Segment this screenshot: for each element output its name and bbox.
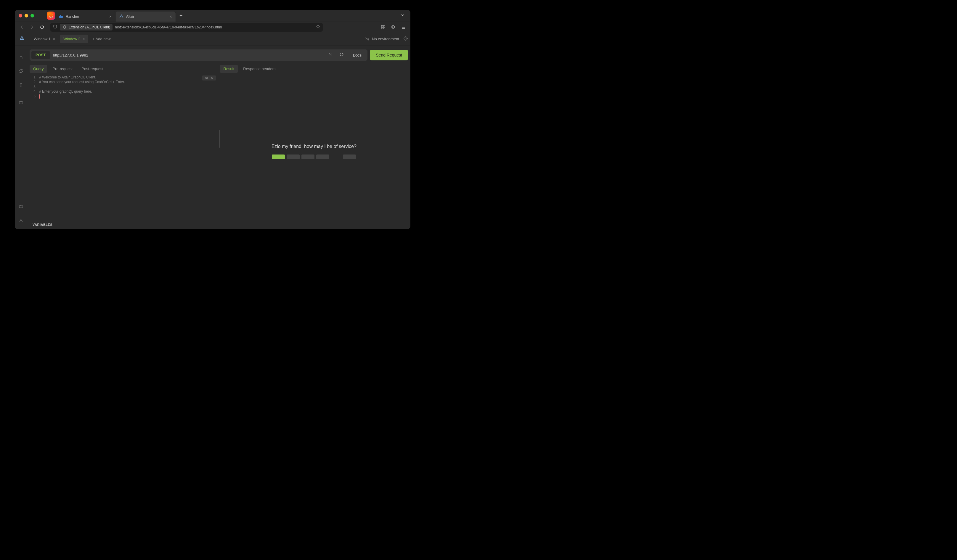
query-panel: Query Pre-request Post-request 12345 # W…: [30, 64, 218, 229]
altair-favicon-icon: [119, 14, 124, 19]
beta-badge: BETA: [202, 76, 216, 80]
url-text: moz-extension://164cb6d1-45f9-471b-948f-…: [115, 25, 222, 29]
environment-selector[interactable]: No environment: [365, 37, 402, 41]
cursor: [39, 95, 39, 99]
reload-schema-icon[interactable]: [338, 52, 346, 58]
settings-gear-icon[interactable]: [403, 36, 408, 42]
close-icon[interactable]: ×: [53, 37, 55, 41]
line-gutter: 12345: [30, 74, 38, 221]
svg-rect-4: [384, 25, 385, 27]
extensions-icon[interactable]: [389, 23, 397, 32]
browser-tab-label: Rancher: [66, 14, 79, 19]
result-body: Ezio my friend, how may I be of service?: [220, 74, 408, 229]
pill: [272, 155, 285, 159]
svg-rect-13: [19, 101, 23, 104]
window-tab-label: Window 1: [34, 37, 51, 41]
pill: [316, 155, 329, 159]
tab-pre-request[interactable]: Pre-request: [49, 65, 76, 73]
panel-splitter[interactable]: [218, 64, 220, 229]
svg-rect-5: [381, 28, 383, 29]
tab-query[interactable]: Query: [30, 65, 47, 73]
svg-rect-11: [20, 84, 22, 87]
pill: [343, 155, 356, 159]
query-editor[interactable]: 12345 # Welcome to Altair GraphQL Client…: [30, 74, 218, 221]
pill: [302, 155, 314, 159]
close-tab-icon[interactable]: ×: [109, 14, 112, 19]
svg-marker-2: [120, 15, 123, 18]
altair-app: Window 1 × Window 2 × + Add new No envir…: [15, 32, 411, 229]
tab-post-request[interactable]: Post-request: [78, 65, 107, 73]
request-bar: POST Docs Send Request: [30, 48, 408, 62]
window-tabs-bar: Window 1 × Window 2 × + Add new No envir…: [15, 32, 411, 46]
svg-rect-0: [59, 16, 63, 18]
browser-tab-rancher[interactable]: Rancher ×: [55, 11, 115, 22]
svg-point-14: [20, 219, 22, 221]
placeholder-pills: [272, 155, 356, 159]
editor-tabs: Query Pre-request Post-request: [30, 64, 218, 74]
result-placeholder-message: Ezio my friend, how may I be of service?: [272, 144, 357, 149]
window-tab-label: Window 2: [63, 37, 80, 41]
window-tab-1[interactable]: Window 1 ×: [30, 35, 58, 43]
containers-icon[interactable]: [379, 23, 387, 32]
main-area: POST Docs Send Request: [15, 46, 411, 229]
briefcase-icon[interactable]: [18, 100, 24, 105]
docs-button[interactable]: Docs: [349, 53, 366, 57]
browser-toolbar: Extension (A…hQL Client) moz-extension:/…: [15, 22, 411, 32]
pill: [287, 155, 300, 159]
result-panel: Result Response headers Ezio my friend, …: [220, 64, 408, 229]
traffic-lights: [15, 14, 38, 17]
folder-icon[interactable]: [18, 203, 24, 209]
tab-result[interactable]: Result: [220, 65, 238, 73]
titlebar: 🦊 Rancher × Altair × +: [15, 10, 411, 22]
close-tab-icon[interactable]: ×: [170, 14, 172, 19]
svg-rect-3: [381, 25, 383, 27]
content-area: POST Docs Send Request: [27, 46, 411, 229]
keyboard-shortcuts-icon[interactable]: [18, 83, 24, 88]
save-icon[interactable]: [326, 52, 335, 58]
tabs-dropdown-icon[interactable]: [395, 13, 411, 19]
window-tab-2[interactable]: Window 2 ×: [60, 35, 88, 43]
bookmark-star-icon[interactable]: [316, 24, 321, 30]
browser-window: 🦊 Rancher × Altair × +: [15, 10, 411, 229]
close-window-button[interactable]: [19, 14, 22, 17]
rancher-favicon-icon: [58, 14, 63, 19]
svg-rect-1: [60, 15, 61, 16]
back-button[interactable]: [18, 23, 26, 32]
hamburger-menu-icon[interactable]: [399, 23, 407, 32]
altair-logo-icon: [19, 36, 27, 43]
new-tab-button[interactable]: +: [176, 13, 186, 19]
svg-rect-6: [384, 28, 385, 29]
url-bar[interactable]: Extension (A…hQL Client) moz-extension:/…: [51, 23, 323, 32]
close-icon[interactable]: ×: [83, 37, 85, 41]
environment-label: No environment: [372, 37, 399, 41]
sparkle-icon[interactable]: [18, 54, 24, 60]
request-row: POST Docs: [30, 49, 368, 61]
panels: Query Pre-request Post-request 12345 # W…: [30, 64, 408, 229]
send-request-button[interactable]: Send Request: [370, 50, 408, 60]
browser-tab-altair[interactable]: Altair ×: [115, 11, 176, 22]
tab-response-headers[interactable]: Response headers: [240, 65, 279, 73]
endpoint-input[interactable]: [53, 53, 323, 57]
minimize-window-button[interactable]: [25, 14, 28, 17]
refresh-icon[interactable]: [18, 68, 24, 74]
code-content[interactable]: # Welcome to Altair GraphQL Client. # Yo…: [38, 74, 218, 221]
sidebar: [15, 46, 27, 229]
maximize-window-button[interactable]: [30, 14, 34, 17]
extension-chip[interactable]: Extension (A…hQL Client): [60, 24, 112, 30]
browser-tab-label: Altair: [126, 14, 134, 19]
extension-chip-label: Extension (A…hQL Client): [69, 25, 110, 29]
svg-point-10: [405, 38, 406, 39]
firefox-icon: 🦊: [47, 11, 55, 20]
http-method-button[interactable]: POST: [32, 51, 50, 59]
add-new-window-button[interactable]: + Add new: [89, 37, 114, 41]
shield-icon[interactable]: [53, 24, 57, 30]
user-icon[interactable]: [18, 218, 24, 223]
reload-button[interactable]: [38, 23, 46, 32]
forward-button[interactable]: [28, 23, 36, 32]
result-tabs: Result Response headers: [220, 64, 408, 74]
variables-section-header[interactable]: VARIABLES: [30, 221, 218, 229]
